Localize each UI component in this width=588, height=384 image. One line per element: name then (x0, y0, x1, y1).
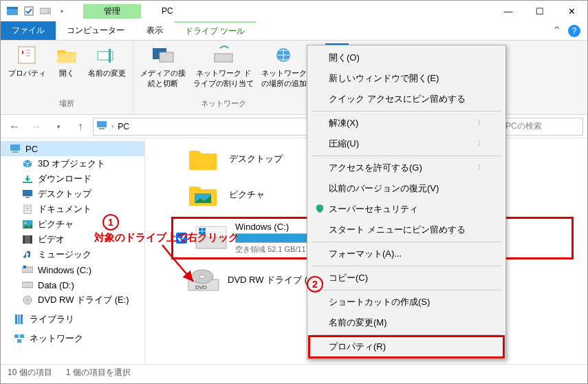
sidebar-documents[interactable]: ドキュメント (1, 202, 144, 217)
cm-separator (312, 156, 501, 156)
sidebar-music[interactable]: ミュージック (1, 247, 144, 262)
cm-separator (312, 266, 501, 266)
svg-point-4 (48, 10, 50, 12)
sidebar-pictures[interactable]: ピクチャ (1, 217, 144, 232)
sidebar-desktop[interactable]: デスクトップ (1, 186, 144, 202)
nav-back-button[interactable]: ← (5, 117, 24, 136)
cm-format[interactable]: フォーマット(A)... (309, 244, 503, 264)
cm-zip[interactable]: 圧縮(U)〉 (309, 134, 503, 154)
svg-rect-2 (25, 7, 33, 15)
nav-recent-dropdown[interactable]: ▾ (49, 117, 68, 136)
qat-checkbox-icon[interactable] (21, 3, 36, 19)
close-button[interactable]: ✕ (556, 1, 587, 21)
svg-rect-14 (97, 121, 107, 127)
search-placeholder: PCの検索 (505, 120, 542, 132)
ribbon-netdrive-label: ネットワーク ドライブの割り当て (193, 68, 254, 89)
qat-drive-icon[interactable] (38, 3, 53, 19)
ribbon-tabs: ファイル コンピューター 表示 ドライブ ツール ⌃ ? (1, 21, 587, 41)
window-title: PC (162, 6, 173, 16)
nav-forward-button[interactable]: → (27, 117, 46, 136)
ribbon-media-label: メディアの接続と切断 (139, 68, 187, 89)
status-selection: 1 個の項目を選択 (66, 367, 131, 378)
sidebar-libraries[interactable]: ライブラリ (1, 312, 144, 327)
tab-drive-tools[interactable]: ドライブ ツール (174, 21, 256, 40)
media-icon (151, 43, 175, 67)
minimize-button[interactable]: — (492, 1, 524, 21)
cm-copy[interactable]: コピー(C) (309, 268, 503, 288)
sidebar-dvd-e[interactable]: DVD RW ドライブ (E:) (1, 292, 144, 308)
cm-unzip[interactable]: 解凍(X)〉 (309, 113, 503, 134)
dvd-icon (21, 294, 34, 306)
help-icon[interactable]: ? (568, 25, 580, 37)
svg-rect-39 (196, 237, 226, 248)
svg-point-31 (27, 299, 29, 301)
svg-rect-26 (30, 235, 32, 244)
cm-open-new-window[interactable]: 新しいウィンドウで開く(E) (309, 68, 503, 89)
breadcrumb-pc[interactable]: PC (118, 122, 129, 131)
tab-file[interactable]: ファイル (1, 21, 56, 40)
ribbon-open-label: 開く (59, 68, 74, 78)
svg-rect-7 (109, 49, 111, 63)
desktop-icon (21, 188, 34, 200)
cm-rename[interactable]: 名前の変更(M) (309, 312, 503, 333)
cm-super-security[interactable]: スーパーセキュリティ (309, 199, 503, 220)
drive-icon (21, 264, 34, 276)
library-icon (13, 313, 25, 326)
music-icon (21, 248, 34, 261)
ribbon-netloc[interactable]: ネットワークの場所の追加 (260, 43, 308, 89)
svg-rect-33 (18, 314, 20, 324)
drive-icon (21, 279, 34, 291)
ribbon-collapse-caret[interactable]: ⌃ (552, 24, 561, 37)
sidebar-pc[interactable]: PC (1, 141, 144, 156)
drive-c-icon (194, 224, 228, 252)
navigation-pane[interactable]: PC 3D オブジェクト ダウンロード デスクトップ ドキュメント ピクチャ ビ… (1, 138, 145, 364)
cm-create-shortcut[interactable]: ショートカットの作成(S) (309, 292, 503, 312)
dvd-drive-icon: DVD (186, 266, 221, 294)
ribbon-group-network: メディアの接続と切断 ネットワーク ドライブの割り当て ネットワークの場所の追加… (133, 41, 314, 114)
ribbon-netdrive[interactable]: ネットワーク ドライブの割り当て (193, 43, 254, 89)
cm-previous-versions[interactable]: 以前のバージョンの復元(V) (309, 178, 503, 199)
ribbon-media[interactable]: メディアの接続と切断 (139, 43, 187, 89)
cm-pin-quick-access[interactable]: クイック アクセスにピン留めする (309, 89, 503, 109)
svg-rect-28 (23, 266, 26, 268)
svg-rect-32 (15, 314, 17, 324)
contextual-tab-group: 管理 (83, 4, 141, 19)
cm-pin-start[interactable]: スタート メニューにピン留めする (309, 220, 503, 240)
dvd-e-name: DVD RW ドライブ (E:) (228, 274, 319, 286)
svg-rect-18 (23, 182, 32, 183)
svg-point-44 (199, 275, 205, 279)
svg-rect-37 (17, 339, 21, 343)
video-icon (21, 233, 34, 246)
ribbon-properties[interactable]: プロパティ (6, 43, 47, 78)
sidebar-data-d[interactable]: Data (D:) (1, 277, 144, 292)
tab-computer[interactable]: コンピューター (56, 21, 135, 40)
cm-separator (312, 334, 501, 335)
status-item-count: 10 個の項目 (8, 367, 52, 378)
ribbon-open[interactable]: 開く (53, 43, 80, 78)
cm-separator (312, 242, 501, 242)
pc-icon (96, 120, 107, 132)
download-icon (21, 173, 34, 185)
drive-checkbox[interactable] (176, 233, 187, 244)
open-folder-icon (55, 43, 78, 67)
netdrive-icon (212, 43, 235, 67)
svg-rect-36 (20, 334, 24, 338)
sidebar-network[interactable]: ネットワーク (1, 331, 144, 346)
sidebar-3d-objects[interactable]: 3D オブジェクト (1, 156, 144, 171)
sidebar-downloads[interactable]: ダウンロード (1, 171, 144, 186)
svg-rect-10 (215, 54, 232, 62)
sidebar-windows-c[interactable]: Windows (C:) (1, 262, 144, 277)
window-icon (5, 3, 20, 19)
cm-grant-access[interactable]: アクセスを許可する(G)〉 (309, 158, 503, 178)
cm-open[interactable]: 開く(O) (309, 47, 503, 68)
nav-up-button[interactable]: ↑ (71, 117, 90, 136)
ribbon-rename[interactable]: 名前の変更 (86, 43, 127, 78)
network-icon (13, 332, 25, 345)
sidebar-videos[interactable]: ビデオ (1, 232, 144, 247)
title-bar: ▾ 管理 PC — ☐ ✕ (1, 1, 587, 21)
qat-dropdown[interactable]: ▾ (54, 3, 69, 19)
tab-view[interactable]: 表示 (135, 21, 174, 40)
search-input[interactable]: PCの検索 (501, 118, 583, 136)
maximize-button[interactable]: ☐ (524, 1, 556, 21)
cm-properties[interactable]: プロパティ(R) (309, 337, 503, 357)
